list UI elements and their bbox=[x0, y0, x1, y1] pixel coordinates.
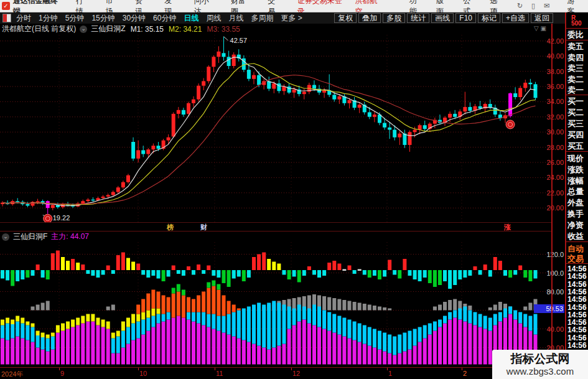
watermark-url: www.zbgs3.com bbox=[492, 366, 588, 377]
mail-icon[interactable]: ✉ bbox=[544, 2, 549, 10]
period-tab-更多 >[interactable]: 更多 > bbox=[281, 13, 302, 24]
titlebar-icons: ↻▯✉ bbox=[517, 2, 559, 10]
month-label: 11 bbox=[216, 370, 223, 377]
tdx-terminal-window: ✓ 通达信金融终端 行情市场资讯发现问小达财富圈交易 证券交易未登录 洪都航空 … bbox=[0, 0, 588, 379]
sidebar-separator bbox=[566, 40, 588, 40]
sub-indicator-name[interactable]: 三仙归洞F bbox=[13, 232, 47, 242]
ask-row-3: 卖三 bbox=[567, 63, 584, 74]
action-button-统计[interactable]: 统计 bbox=[407, 13, 429, 23]
candlestick-svg[interactable]: 42.5719.22 bbox=[0, 35, 552, 223]
month-tick bbox=[462, 368, 462, 370]
bid-row-3: 买三 bbox=[567, 118, 584, 129]
action-button-+自选[interactable]: +自选 bbox=[502, 13, 529, 23]
svg-text:42.57: 42.57 bbox=[230, 37, 248, 44]
indicator-histogram-svg[interactable] bbox=[0, 242, 552, 367]
month-tick bbox=[138, 368, 139, 370]
ma3-value: M3: 33.55 bbox=[207, 25, 240, 34]
chart-window-icons[interactable]: ▽ ▣ bbox=[534, 25, 546, 32]
month-tick bbox=[215, 368, 215, 370]
layout-toggle-icon[interactable] bbox=[2, 14, 11, 22]
quote-info-涨跌: 涨跌 bbox=[567, 164, 584, 175]
bid-row-4: 买四 bbox=[567, 129, 584, 141]
period-tab-月线[interactable]: 月线 bbox=[228, 13, 243, 24]
quote-sidebar: R500 委比卖五卖四卖三卖二卖一买一买二买三买四买五现价涨跌涨幅总量外盘换手净… bbox=[566, 12, 588, 379]
sub-indicator-chart[interactable] bbox=[0, 242, 552, 367]
quote-info-外盘: 外盘 bbox=[567, 197, 584, 208]
action-button-返回[interactable]: 返回 bbox=[531, 13, 553, 23]
month-label: 1 bbox=[388, 370, 392, 377]
chart-action-buttons: 复权叠加多股统计画线F10标记+自选返回 bbox=[332, 13, 553, 23]
year-label: 2024年 bbox=[1, 370, 23, 379]
period-tab-60分钟[interactable]: 60分钟 bbox=[153, 13, 176, 24]
period-tab-多周期[interactable]: 多周期 bbox=[251, 13, 273, 24]
month-tick bbox=[387, 368, 388, 370]
chart-right-border bbox=[551, 24, 553, 379]
ticker-strip: 榜财涨 bbox=[0, 222, 551, 231]
quote-info-涨幅: 涨幅 bbox=[567, 175, 584, 187]
period-tab-15分钟[interactable]: 15分钟 bbox=[91, 13, 114, 24]
action-button-F10[interactable]: F10 bbox=[455, 13, 476, 23]
quote-info-净资: 净资 bbox=[567, 220, 584, 231]
main-force-value: 主力: 44.07 bbox=[51, 232, 89, 242]
quote-info-总量: 总量 bbox=[567, 186, 584, 197]
period-tab-1分钟[interactable]: 1分钟 bbox=[39, 13, 58, 24]
period-tab-周线[interactable]: 周线 bbox=[206, 13, 221, 24]
month-label: 12 bbox=[292, 370, 300, 377]
sidebar-separator bbox=[566, 28, 588, 29]
month-label: 10 bbox=[139, 370, 147, 377]
month-tick bbox=[291, 368, 292, 370]
chevron-down-icon[interactable]: ⌄ bbox=[2, 233, 9, 241]
quote-info-收益: 收益 bbox=[567, 231, 584, 242]
sidebar-separator bbox=[566, 263, 588, 264]
period-tabs: 分时1分钟5分钟15分钟30分钟60分钟日线周线月线多周期更多 > bbox=[16, 13, 310, 24]
ma2-value: M2: 34.21 bbox=[169, 25, 202, 34]
month-label: 9 bbox=[60, 370, 64, 377]
period-bar: 分时1分钟5分钟15分钟30分钟60分钟日线周线月线多周期更多 > 复权叠加多股… bbox=[0, 12, 588, 24]
sidebar-separator bbox=[566, 241, 588, 242]
period-tab-分时[interactable]: 分时 bbox=[16, 13, 31, 24]
main-chart-header: 洪都航空(日线 前复权) ⌄ 三仙归洞Z M1: 35.15 M2: 34.21… bbox=[0, 24, 551, 34]
main-candlestick-chart[interactable]: 42.5719.22 bbox=[0, 35, 552, 223]
month-label: 2 bbox=[463, 370, 467, 377]
period-tab-5分钟[interactable]: 5分钟 bbox=[65, 13, 85, 24]
bid-row-1: 买一 bbox=[567, 96, 584, 107]
action-button-多股[interactable]: 多股 bbox=[383, 13, 405, 23]
period-tab-30分钟[interactable]: 30分钟 bbox=[123, 13, 146, 24]
mobile-icon[interactable]: ▯ bbox=[531, 2, 535, 10]
sub-chart-header: ⌄ 三仙归洞F 主力: 44.07 bbox=[0, 231, 551, 242]
svg-text:19.22: 19.22 bbox=[53, 214, 70, 222]
time-axis: 2024年 910111212 bbox=[0, 367, 551, 379]
refresh-icon[interactable]: ↻ bbox=[517, 2, 523, 10]
action-button-叠加[interactable]: 叠加 bbox=[358, 13, 381, 23]
month-tick bbox=[59, 368, 60, 370]
action-button-标记[interactable]: 标记 bbox=[478, 13, 500, 23]
ask-row-4: 卖四 bbox=[567, 52, 584, 63]
app-logo-icon[interactable]: ✓ bbox=[2, 2, 10, 10]
current-value-box: 59.53 bbox=[534, 304, 564, 313]
action-button-画线[interactable]: 画线 bbox=[431, 13, 454, 23]
title-bar: ✓ 通达信金融终端 行情市场资讯发现问小达财富圈交易 证券交易未登录 洪都航空 … bbox=[0, 0, 588, 12]
period-tab-日线[interactable]: 日线 bbox=[184, 13, 198, 24]
ma1-value: M1: 35.15 bbox=[131, 25, 164, 34]
ask-row-2: 卖二 bbox=[567, 74, 584, 85]
sidebar-corner-badge: R500 bbox=[566, 12, 588, 26]
sidebar-separator bbox=[566, 95, 588, 95]
quote-info-换手: 换手 bbox=[567, 208, 584, 220]
indicator-name[interactable]: 三仙归洞Z bbox=[91, 24, 125, 34]
sidebar-weibi-label: 委比 bbox=[567, 29, 584, 40]
sidebar-separator bbox=[566, 151, 588, 152]
bid-row-5: 买五 bbox=[567, 141, 584, 152]
watermark-title: 指标公式网 bbox=[492, 351, 588, 367]
bid-row-2: 买二 bbox=[567, 107, 584, 118]
chevron-down-icon[interactable]: ⌄ bbox=[80, 26, 87, 33]
watermark: 指标公式网 www.zbgs3.com bbox=[492, 350, 588, 379]
quote-info-现价: 现价 bbox=[567, 153, 584, 164]
chart-title: 洪都航空(日线 前复权) bbox=[2, 24, 76, 34]
action-button-复权[interactable]: 复权 bbox=[334, 13, 357, 23]
ask-row-5: 卖五 bbox=[567, 41, 584, 52]
